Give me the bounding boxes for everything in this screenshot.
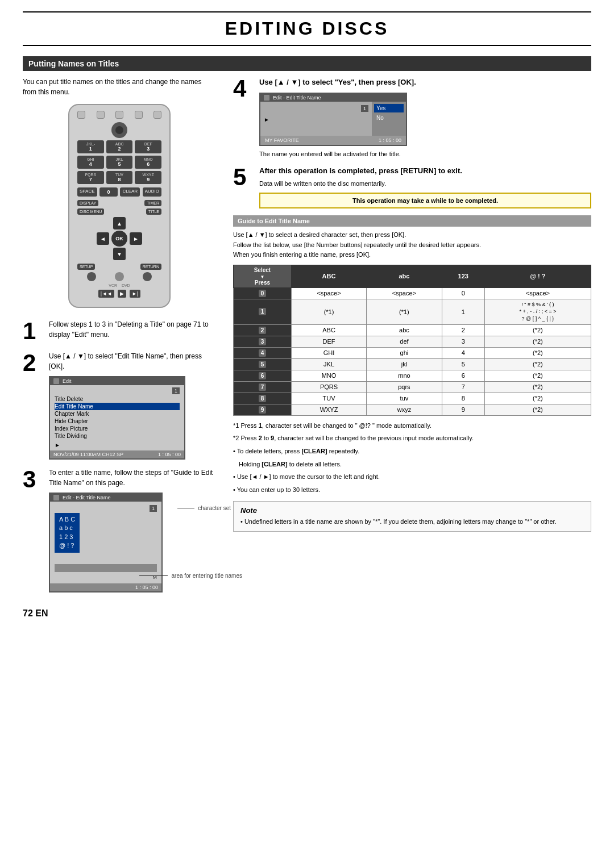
table-row: 2 ABCabc2(*2) xyxy=(234,324,591,336)
step-1-number: 1 xyxy=(23,319,43,343)
note-title: Note xyxy=(240,506,584,515)
table-row: 4 GHIghi4(*2) xyxy=(234,347,591,358)
menu-chapter-mark: Chapter Mark xyxy=(55,410,180,418)
section-header: Putting Names on Titles xyxy=(23,56,591,71)
step-4-number: 4 xyxy=(233,77,254,101)
menu-title-delete: Title Delete xyxy=(55,395,180,403)
col-sym: @ ! ? xyxy=(484,265,591,287)
remote-illustration: JKL-1 ABC2 DEF3 GHI4 JKL5 MNO6 PQRS7 TUV… xyxy=(68,104,171,308)
col-abc-lower: abc xyxy=(367,265,442,287)
guide-point2: Follow the list below, use [the Number b… xyxy=(233,240,591,251)
guide-header: Guide to Edit Title Name xyxy=(233,215,591,227)
table-row: 1 (*1)(*1)1! " # $ % & ' ( )* + , - . / … xyxy=(234,299,591,324)
step-4: 4 Use [▲ / ▼] to select "Yes", then pres… xyxy=(233,77,591,158)
guide-section: Guide to Edit Title Name Use [▲ / ▼] to … xyxy=(233,215,591,532)
step-4-screen: Edit - Edit Title Name 1 ► Yes No xyxy=(259,93,407,146)
yes-option: Yes xyxy=(374,104,404,112)
area-label: area for entering title names xyxy=(171,573,242,579)
char-set-label: character set xyxy=(198,505,231,511)
table-row: 5 JKLjkl5(*2) xyxy=(234,358,591,370)
menu-title-dividing: Title Dividing xyxy=(55,432,180,440)
step-3: 3 To enter a title name, follow the step… xyxy=(23,468,216,592)
menu-index-picture: Index Picture xyxy=(55,425,180,432)
guide-point1: Use [▲ / ▼] to select a desired characte… xyxy=(233,230,591,240)
step-2-number: 2 xyxy=(23,351,43,375)
no-option: No xyxy=(374,114,404,122)
step-5-note: Data will be written onto the disc momen… xyxy=(259,179,591,189)
table-row: 8 TUVtuv8(*2) xyxy=(234,393,591,404)
intro-text: You can put title names on the titles an… xyxy=(23,77,216,97)
table-row: 7 PQRSpqrs7(*2) xyxy=(234,381,591,393)
menu-hide-chapter: Hide Chapter xyxy=(55,418,180,425)
step-1: 1 Follow steps 1 to 3 in "Deleting a Tit… xyxy=(23,319,216,343)
guide-point2b: When you finish entering a title name, p… xyxy=(233,250,591,260)
table-row: 6 MNOmno6(*2) xyxy=(234,370,591,381)
page-title: EDITING DISCS xyxy=(23,11,591,46)
table-row: 0 <space><space>0<space> xyxy=(234,287,591,299)
step-4-title: Use [▲ / ▼] to select "Yes", then press … xyxy=(259,77,591,88)
step-3-number: 3 xyxy=(23,468,43,491)
warning-box: This operation may take a while to be co… xyxy=(259,193,591,208)
char-table: Select▼Press ABC abc 123 @ ! ? 0 <space>… xyxy=(233,265,591,416)
col-123: 123 xyxy=(442,265,484,287)
step-5: 5 After this operation is completed, pre… xyxy=(233,165,591,208)
step-5-title: After this operation is completed, press… xyxy=(259,165,591,177)
step-5-number: 5 xyxy=(233,165,254,189)
page-number: 72 EN xyxy=(23,608,591,619)
footnotes: *1 Press 1, character set will be change… xyxy=(233,420,591,495)
step-4-note: The name you entered will be activated f… xyxy=(259,149,591,159)
step-2-screen: Edit 1 Title Delete Edit Title Name Chap… xyxy=(49,376,185,460)
menu-edit-title-name: Edit Title Name xyxy=(55,403,180,410)
table-row: 9 WXYZwxyz9(*2) xyxy=(234,404,591,415)
step-2: 2 Use [▲ / ▼] to select "Edit Title Name… xyxy=(23,351,216,460)
step-1-text: Follow steps 1 to 3 in "Deleting a Title… xyxy=(49,319,216,340)
step-3-text: To enter a title name, follow the steps … xyxy=(49,468,216,488)
table-row: 3 DEFdef3(*2) xyxy=(234,336,591,347)
note-text: • Undefined letters in a title name are … xyxy=(240,517,584,527)
step-2-text: Use [▲ / ▼] to select "Edit Title Name",… xyxy=(49,351,216,372)
col-abc: ABC xyxy=(291,265,366,287)
note-section: Note • Undefined letters in a title name… xyxy=(233,501,591,532)
